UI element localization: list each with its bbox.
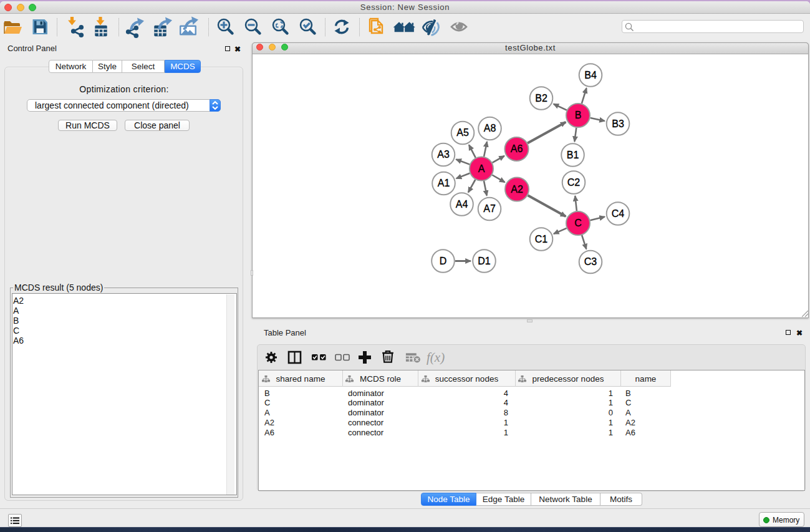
svg-text:B: B: [575, 110, 582, 120]
svg-text:A4: A4: [456, 199, 468, 210]
svg-text:C1: C1: [535, 234, 548, 244]
svg-text:A1: A1: [438, 178, 450, 188]
svg-text:A3: A3: [437, 149, 450, 160]
svg-text:A6: A6: [511, 143, 523, 154]
svg-text:C3: C3: [584, 256, 597, 267]
svg-text:A7: A7: [483, 203, 496, 214]
svg-text:B4: B4: [584, 70, 597, 80]
svg-text:B2: B2: [535, 93, 547, 104]
svg-text:A: A: [478, 163, 485, 174]
svg-text:A2: A2: [511, 184, 523, 195]
svg-text:D: D: [440, 256, 447, 266]
svg-text:C2: C2: [567, 177, 581, 188]
svg-text:B1: B1: [567, 150, 579, 160]
svg-text:f(x): f(x): [427, 350, 445, 365]
svg-text:A8: A8: [484, 123, 496, 133]
svg-text:A5: A5: [456, 127, 469, 138]
svg-text:D1: D1: [478, 256, 491, 266]
svg-text:B3: B3: [612, 118, 624, 129]
svg-text:C: C: [574, 218, 582, 228]
svg-text:C4: C4: [612, 208, 625, 219]
